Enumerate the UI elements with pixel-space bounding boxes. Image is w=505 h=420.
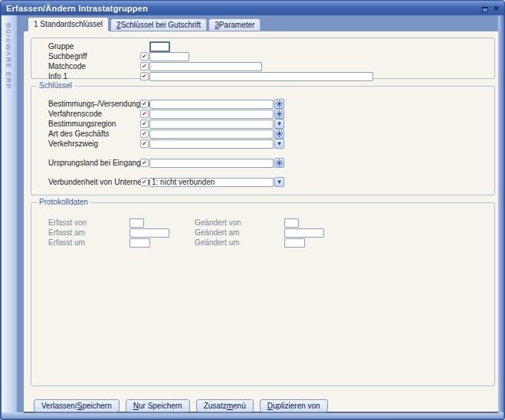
geaendert-von-label: Geändert von <box>195 218 284 227</box>
field-row: Art des Geschäfts ✔ <box>31 129 494 139</box>
bestimmungsland-label: Bestimmungs-/Versendungsland <box>48 100 140 108</box>
field-row: Erfasst um Geändert um <box>31 238 494 248</box>
erfasst-um-label: Erfasst um <box>48 238 130 247</box>
verlassen-speichern-button[interactable]: Verlassen/Speichern <box>34 399 120 412</box>
verfahrenscode-label: Verfahrenscode <box>48 110 140 118</box>
art-des-geschaefts-input[interactable] <box>149 130 274 139</box>
window-title: Erfassen/Ändern Intrastatgruppen <box>6 4 482 13</box>
protokolldaten-group: Protokolldaten Erfasst von Geändert von … <box>31 202 495 386</box>
geaendert-von-input[interactable] <box>284 218 299 228</box>
erfasst-um-input[interactable] <box>130 238 150 248</box>
field-row: Verkehrszweig ✔ ▾ <box>31 139 494 149</box>
protokolldaten-group-title: Protokolldaten <box>37 198 90 207</box>
zusatzmenue-button[interactable]: Zusatzmenü <box>196 399 254 412</box>
erfasst-von-label: Erfasst von <box>48 218 130 227</box>
field-row: Gruppe <box>31 41 494 51</box>
verkehrszweig-input[interactable] <box>149 139 274 149</box>
schluessel-group: Schlüssel Bestimmungs-/Versendungsland ✔… <box>31 86 495 195</box>
suchbegriff-label: Suchbegriff <box>48 52 140 61</box>
field-row: Matchcode ✔ <box>31 61 494 71</box>
gear-icon <box>276 130 283 137</box>
field-row: Bestimmungs-/Versendungsland ✔ <box>31 99 494 109</box>
chevron-down-icon: ▾ <box>277 140 281 147</box>
restore-icon[interactable] <box>482 2 488 15</box>
lookup-gear-button[interactable] <box>274 109 284 119</box>
geaendert-am-label: Geändert am <box>195 228 284 237</box>
erfasst-von-input[interactable] <box>130 218 144 228</box>
verkehrszweig-label: Verkehrszweig <box>48 139 140 148</box>
edit-check-icon[interactable]: ✔ <box>140 178 149 186</box>
tab-parameter[interactable]: 3 Parameter <box>208 18 261 31</box>
bestimmungsland-input[interactable] <box>149 100 274 109</box>
info1-input[interactable] <box>149 72 373 81</box>
edit-check-icon[interactable]: ✔ <box>140 139 149 148</box>
dropdown-button[interactable]: ▾ <box>274 119 284 129</box>
field-row: Erfasst am Geändert am <box>31 228 494 238</box>
verbundenheit-select[interactable] <box>149 178 274 187</box>
dialog-window: Erfassen/Ändern Intrastatgruppen × BüroW… <box>0 0 505 420</box>
suchbegriff-input[interactable] <box>149 52 189 61</box>
edit-check-icon[interactable]: ✔ <box>140 130 149 138</box>
field-row: Verfahrenscode ✔ <box>31 109 494 119</box>
nur-speichern-button[interactable]: Nur Speichern <box>126 399 190 412</box>
tab-standardschluessel[interactable]: 1 Standardschlüssel <box>28 17 109 31</box>
gruppe-input[interactable] <box>149 41 170 52</box>
bestimmungsregion-input[interactable] <box>149 120 274 129</box>
lookup-gear-button[interactable] <box>274 158 284 168</box>
edit-check-icon[interactable]: ✔ <box>140 159 149 167</box>
dropdown-button[interactable]: ▾ <box>274 177 284 187</box>
edit-check-icon[interactable]: ✔ <box>140 62 149 71</box>
geaendert-um-input[interactable] <box>284 238 305 248</box>
verbundenheit-label: Verbundenheit von Unternehmen <box>48 178 140 186</box>
dropdown-button[interactable]: ▾ <box>274 139 284 149</box>
window-border-bottom <box>2 412 503 418</box>
left-divider <box>17 15 24 413</box>
general-group: Gruppe Suchbegriff ✔ Matchcode ✔ Info 1 … <box>31 38 495 79</box>
footer-button-bar: Verlassen/Speichern Nur Speichern Zusatz… <box>34 399 328 412</box>
matchcode-label: Matchcode <box>48 62 140 71</box>
bestimmungsregion-label: Bestimmungsregion <box>48 120 140 128</box>
window-controls: × <box>482 2 499 15</box>
chevron-down-icon: ▾ <box>277 120 281 127</box>
edit-check-icon[interactable]: ✔ <box>140 120 149 128</box>
gruppe-label: Gruppe <box>48 42 140 51</box>
ursprungsland-label: Ursprungsland bei Eingang <box>48 159 140 167</box>
edit-check-icon[interactable]: ✔ <box>140 52 149 61</box>
main-area: 1 Standardschlüssel 2 Schlüssel bei Guts… <box>24 15 498 413</box>
titlebar[interactable]: Erfassen/Ändern Intrastatgruppen × <box>1 1 504 15</box>
gear-icon <box>276 100 283 107</box>
tab-bar: 1 Standardschlüssel 2 Schlüssel bei Guts… <box>24 15 498 31</box>
window-border-right <box>498 15 503 413</box>
brand-label: BüroWARE ERP <box>5 23 12 90</box>
ursprungsland-input[interactable] <box>149 159 274 168</box>
erfasst-am-input[interactable] <box>130 228 169 238</box>
edit-check-icon[interactable]: ✔ <box>140 72 149 80</box>
tab-schluessel-bei-gutschrift[interactable]: 2 Schlüssel bei Gutschrift <box>110 18 207 31</box>
tab-page-standardschluessel: Gruppe Suchbegriff ✔ Matchcode ✔ Info 1 … <box>24 31 498 413</box>
field-row: Erfasst von Geändert von <box>31 218 494 228</box>
gear-icon <box>276 110 283 117</box>
info1-label: Info 1 <box>48 72 140 80</box>
art-des-geschaefts-label: Art des Geschäfts <box>48 130 140 138</box>
duplizieren-von-button[interactable]: Duplizieren von <box>260 399 328 412</box>
gear-icon <box>276 159 283 166</box>
matchcode-input[interactable] <box>149 62 262 71</box>
lookup-gear-button[interactable] <box>274 129 284 139</box>
field-row: Bestimmungsregion ✔ ▾ <box>31 119 494 129</box>
geaendert-am-input[interactable] <box>284 228 324 238</box>
brand-strip: BüroWARE ERP <box>2 15 17 413</box>
schluessel-group-title: Schlüssel <box>37 81 74 90</box>
close-icon[interactable]: × <box>494 4 499 13</box>
field-row: Suchbegriff ✔ <box>31 51 494 61</box>
erfasst-am-label: Erfasst am <box>48 228 130 237</box>
field-row: Ursprungsland bei Eingang ✔ <box>31 158 494 168</box>
field-row: Info 1 ✔ <box>31 71 494 81</box>
edit-check-icon[interactable]: ✔ <box>140 100 149 108</box>
verfahrenscode-input[interactable] <box>149 110 274 119</box>
lookup-gear-button[interactable] <box>274 99 284 109</box>
edit-check-icon[interactable]: ✔ <box>140 110 149 118</box>
field-row: Verbundenheit von Unternehmen ✔ ▾ <box>31 177 494 187</box>
chevron-down-icon: ▾ <box>277 179 281 185</box>
geaendert-um-label: Geändert um <box>195 238 284 247</box>
